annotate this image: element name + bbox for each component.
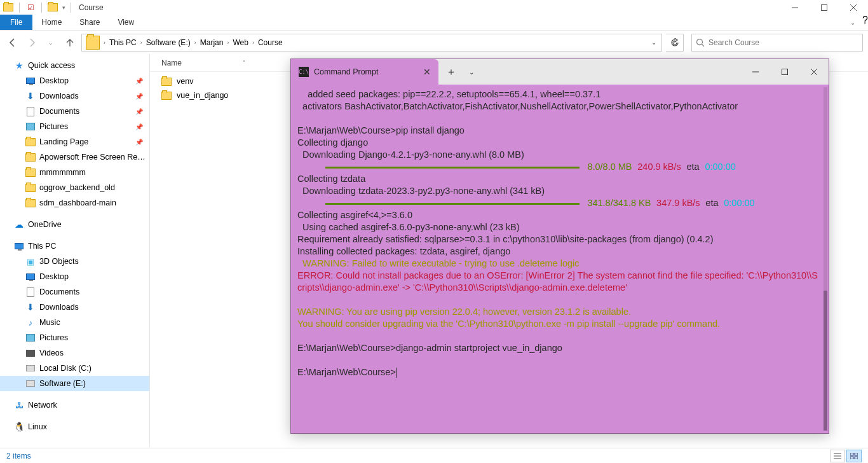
breadcrumb-this-pc[interactable]: This PC xyxy=(107,38,139,47)
sidebar-item-apower[interactable]: Apowersoft Free Screen Recorder xyxy=(0,149,149,165)
linux-icon: 🐧 xyxy=(14,422,24,432)
column-name-label[interactable]: Name xyxy=(161,59,182,67)
pictures-icon xyxy=(25,333,36,343)
ribbon: File Home Share View ⌄ ? xyxy=(0,15,868,31)
sidebar-item-sdm[interactable]: sdm_dashboard-main xyxy=(0,195,149,211)
scrollbar-thumb[interactable] xyxy=(824,291,827,431)
close-button[interactable] xyxy=(839,0,868,15)
terminal-titlebar[interactable]: C:\ Command Prompt ✕ ＋ ⌄ xyxy=(291,59,829,85)
help-icon[interactable]: ? xyxy=(862,15,868,30)
sidebar-item-desktop2[interactable]: Desktop xyxy=(0,269,149,284)
back-button[interactable] xyxy=(5,35,20,50)
terminal-scrollbar[interactable] xyxy=(824,87,827,431)
folder-icon xyxy=(25,137,36,147)
star-icon: ★ xyxy=(14,60,24,71)
refresh-button[interactable] xyxy=(666,34,684,52)
view-details-button[interactable] xyxy=(830,450,845,462)
open-folder-icon[interactable] xyxy=(47,2,58,13)
download-icon: ⬇ xyxy=(25,91,36,101)
sidebar-item-desktop[interactable]: Desktop📌 xyxy=(0,73,149,88)
svg-rect-14 xyxy=(855,453,858,455)
folder-icon xyxy=(25,183,36,193)
desktop-icon xyxy=(25,272,36,282)
chevron-right-icon[interactable]: › xyxy=(102,39,107,46)
breadcrumb-marjan[interactable]: Marjan xyxy=(198,38,226,47)
breadcrumb-web[interactable]: Web xyxy=(230,38,250,47)
folder-icon xyxy=(161,92,172,100)
cmd-icon: C:\ xyxy=(299,67,309,77)
sidebar-item-oggrow[interactable]: oggrow_backend_old xyxy=(0,180,149,195)
navigation-pane[interactable]: ★Quick access Desktop📌 ⬇Downloads📌 Docum… xyxy=(0,54,150,447)
chevron-right-icon[interactable]: › xyxy=(226,39,230,46)
sidebar-item-mmm[interactable]: mmmmmmm xyxy=(0,165,149,180)
chevron-right-icon[interactable]: › xyxy=(251,39,255,46)
ribbon-tab-view[interactable]: View xyxy=(109,15,143,30)
sidebar-item-documents2[interactable]: Documents xyxy=(0,284,149,300)
address-dropdown-icon[interactable]: ⌄ xyxy=(648,39,660,46)
window-title: Course xyxy=(76,3,104,12)
terminal-tab[interactable]: C:\ Command Prompt ✕ xyxy=(291,59,438,85)
svg-line-5 xyxy=(702,44,705,46)
terminal-window[interactable]: C:\ Command Prompt ✕ ＋ ⌄ added seed pack… xyxy=(290,59,829,434)
sidebar-item-landing[interactable]: Landing Page📌 xyxy=(0,134,149,149)
address-bar[interactable]: › This PC › Software (E:) › Marjan › Web… xyxy=(81,34,662,52)
progress-bar xyxy=(325,203,580,205)
svg-rect-13 xyxy=(850,453,853,455)
sidebar-item-localdisk[interactable]: Local Disk (C:) xyxy=(0,361,149,376)
terminal-output[interactable]: added seed packages: pip==22.2.2, setupt… xyxy=(291,85,829,433)
ribbon-tab-share[interactable]: Share xyxy=(71,15,109,30)
tab-close-icon[interactable]: ✕ xyxy=(423,67,431,77)
terminal-close-button[interactable] xyxy=(799,59,829,85)
chevron-right-icon[interactable]: › xyxy=(193,39,198,46)
sidebar-item-pictures[interactable]: Pictures📌 xyxy=(0,119,149,134)
3d-icon: ▣ xyxy=(25,256,36,266)
sidebar-item-pictures2[interactable]: Pictures xyxy=(0,330,149,345)
search-placeholder: Search Course xyxy=(709,38,759,47)
sidebar-item-network[interactable]: 🖧Network xyxy=(0,397,149,413)
navigation-row: ⌄ › This PC › Software (E:) › Marjan › W… xyxy=(0,31,868,54)
breadcrumb-drive[interactable]: Software (E:) xyxy=(144,38,193,47)
sidebar-item-downloads2[interactable]: ⬇Downloads xyxy=(0,300,149,315)
search-input[interactable]: Search Course xyxy=(691,34,863,52)
recent-dropdown-icon[interactable]: ⌄ xyxy=(43,35,58,50)
properties-icon[interactable]: ☑ xyxy=(25,2,36,13)
terminal-tab-title: Command Prompt xyxy=(314,67,378,76)
item-count: 2 items xyxy=(6,452,31,460)
up-button[interactable] xyxy=(62,35,78,50)
pin-icon: 📌 xyxy=(135,93,143,100)
terminal-prompt: E:\Marjan\Web\Course> xyxy=(297,125,396,135)
tab-dropdown-icon[interactable]: ⌄ xyxy=(464,59,479,85)
sidebar-item-music[interactable]: ♪Music xyxy=(0,315,149,330)
sidebar-item-videos[interactable]: Videos xyxy=(0,345,149,361)
folder-icon xyxy=(25,167,36,177)
document-icon xyxy=(25,287,36,297)
cursor xyxy=(396,368,397,378)
ribbon-tab-home[interactable]: Home xyxy=(32,15,71,30)
terminal-maximize-button[interactable] xyxy=(770,59,799,85)
folder-icon xyxy=(25,152,36,162)
terminal-minimize-button[interactable] xyxy=(741,59,770,85)
sidebar-item-linux[interactable]: 🐧Linux xyxy=(0,419,149,434)
qat-dropdown-icon[interactable]: ▾ xyxy=(62,4,65,11)
sidebar-item-3d[interactable]: ▣3D Objects xyxy=(0,254,149,269)
sidebar-item-software[interactable]: Software (E:) xyxy=(0,376,149,391)
folder-icon xyxy=(161,78,172,86)
sidebar-item-documents[interactable]: Documents📌 xyxy=(0,104,149,119)
folder-icon xyxy=(86,36,100,50)
new-tab-button[interactable]: ＋ xyxy=(438,59,464,85)
svg-point-4 xyxy=(697,39,703,45)
sidebar-item-onedrive[interactable]: ☁OneDrive xyxy=(0,217,149,232)
search-icon xyxy=(696,38,705,47)
minimize-button[interactable] xyxy=(780,0,810,15)
ribbon-tab-file[interactable]: File xyxy=(0,15,32,30)
sidebar-item-downloads[interactable]: ⬇Downloads📌 xyxy=(0,88,149,104)
pin-icon: 📌 xyxy=(135,139,143,146)
view-icons-button[interactable] xyxy=(846,450,862,462)
maximize-button[interactable] xyxy=(810,0,839,15)
ribbon-collapse-icon[interactable]: ⌄ xyxy=(843,15,862,30)
forward-button[interactable] xyxy=(24,35,39,50)
chevron-right-icon[interactable]: › xyxy=(139,39,144,46)
breadcrumb-course[interactable]: Course xyxy=(255,38,285,47)
sidebar-item-this-pc[interactable]: This PC xyxy=(0,238,149,254)
sidebar-item-quick-access[interactable]: ★Quick access xyxy=(0,58,149,73)
